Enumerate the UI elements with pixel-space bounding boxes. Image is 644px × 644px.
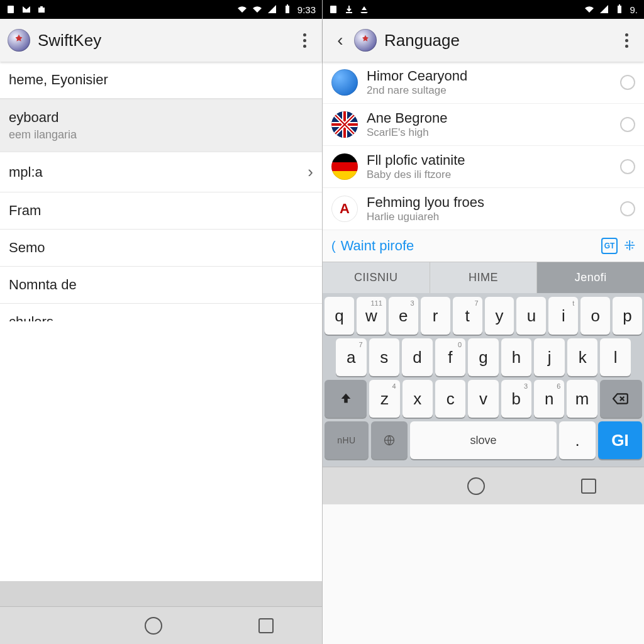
- key-s[interactable]: s: [369, 338, 400, 376]
- settings-row[interactable]: Nomnta de: [0, 267, 322, 304]
- appbar-left: SwiftKey: [0, 19, 322, 62]
- row-title: Fram: [9, 203, 41, 219]
- overflow-menu-button[interactable]: [616, 33, 636, 48]
- key-w[interactable]: w111: [357, 297, 386, 335]
- settings-row[interactable]: heme, Eyonisier: [0, 62, 322, 99]
- swiftkey-logo-icon: [8, 29, 30, 52]
- right-screen: 9. ‹ Ranguage Himor Cearyond2nd nare sul…: [322, 0, 644, 644]
- key-v[interactable]: v: [468, 380, 498, 418]
- overflow-menu-button[interactable]: [294, 33, 314, 48]
- settings-row[interactable]: Fram: [0, 192, 322, 230]
- key-k[interactable]: k: [567, 338, 598, 376]
- settings-list: heme, Eyonisiereyboardeem ilangariampl:a…: [0, 62, 322, 321]
- row-title: heme, Eyonisier: [9, 72, 108, 88]
- language-toggle[interactable]: [620, 201, 635, 216]
- suggestion-bar: CIISNIUHIMEJenofi: [323, 262, 644, 293]
- key-i[interactable]: it: [548, 297, 578, 335]
- key-u[interactable]: u: [516, 297, 546, 335]
- key-r[interactable]: r: [421, 297, 450, 335]
- row-title: chulers: [9, 314, 53, 321]
- shift-key[interactable]: [325, 380, 367, 418]
- settings-row[interactable]: Semo: [0, 230, 322, 267]
- status-rect-icon: [6, 4, 16, 14]
- key-hint: 111: [370, 299, 382, 307]
- key-a[interactable]: a7: [336, 338, 367, 376]
- key-y[interactable]: y: [485, 297, 514, 335]
- key-m[interactable]: m: [567, 380, 597, 418]
- add-language-label: Waint pirofe: [341, 238, 414, 254]
- key-p[interactable]: p: [613, 297, 642, 335]
- space-key[interactable]: slove: [410, 421, 557, 459]
- key-b[interactable]: b3: [501, 380, 531, 418]
- key-z[interactable]: z4: [369, 380, 399, 418]
- go-key[interactable]: GI: [598, 421, 642, 459]
- svg-rect-3: [330, 6, 336, 13]
- key-f[interactable]: f0: [435, 338, 466, 376]
- flag-icon: [331, 69, 358, 96]
- nav-recent-button[interactable]: [581, 479, 596, 494]
- globe-key[interactable]: [371, 421, 408, 459]
- svg-rect-1: [286, 6, 289, 13]
- key-j[interactable]: j: [534, 338, 565, 376]
- key-hint: 3: [411, 299, 414, 307]
- status-time: 9:33: [297, 4, 316, 15]
- key-t[interactable]: t7: [453, 297, 482, 335]
- key-hint: 0: [458, 341, 462, 348]
- status-bar: 9:33: [0, 0, 322, 19]
- suggestion[interactable]: Jenofi: [537, 262, 644, 293]
- settings-row[interactable]: mpl:a›: [0, 152, 322, 192]
- status-bar-right: 9.: [323, 0, 644, 19]
- language-title: Fll plofic vatinite: [367, 152, 620, 169]
- language-row[interactable]: Ane BegroneScarlE's high: [323, 104, 644, 146]
- key-hint: 6: [557, 382, 560, 390]
- nav-home-button[interactable]: [467, 477, 485, 495]
- row-subtitle: eem ilangaria: [9, 128, 77, 142]
- key-n[interactable]: n6: [534, 380, 564, 418]
- battery-icon: [282, 4, 292, 14]
- chevron-right-icon: ›: [308, 162, 313, 182]
- translate-icon[interactable]: GT: [601, 238, 618, 254]
- language-row[interactable]: AFehming lyou froesHarlie uguiareh: [323, 188, 644, 230]
- signal-icon: [599, 4, 609, 14]
- language-subtitle: Harlie uguiareh: [367, 211, 620, 223]
- android-navbar: [0, 606, 322, 644]
- row-title: mpl:a: [9, 164, 43, 180]
- key-c[interactable]: c: [435, 380, 465, 418]
- key-q[interactable]: q: [325, 297, 354, 335]
- key-d[interactable]: d: [402, 338, 433, 376]
- key-hint: 7: [358, 341, 362, 348]
- key-h[interactable]: h: [501, 338, 532, 376]
- language-toggle[interactable]: [620, 159, 635, 174]
- back-button[interactable]: ‹: [330, 30, 350, 50]
- language-toggle[interactable]: [620, 75, 635, 90]
- settings-row[interactable]: eyboardeem ilangaria: [0, 99, 322, 152]
- row-title: eyboard: [9, 109, 77, 126]
- wifi-icon: [237, 4, 247, 14]
- svg-rect-2: [287, 4, 288, 6]
- suggestion[interactable]: HIME: [430, 262, 538, 293]
- nav-recent-button[interactable]: [258, 618, 274, 633]
- status-gmail-icon: [21, 4, 31, 14]
- key-l[interactable]: l: [600, 338, 631, 376]
- add-language-row[interactable]: ( Waint pirofe GT ⁜: [323, 230, 644, 262]
- symbol-key[interactable]: nHU: [325, 421, 369, 459]
- language-row[interactable]: Himor Cearyond2nd nare sultage: [323, 62, 644, 104]
- backspace-key[interactable]: [600, 380, 642, 418]
- left-screen: 9:33 SwiftKey heme, Eyonisiereyboardeem …: [0, 0, 322, 644]
- appbar-right: ‹ Ranguage: [323, 19, 644, 62]
- settings-row[interactable]: chulers: [0, 304, 322, 321]
- key-x[interactable]: x: [402, 380, 433, 418]
- period-key[interactable]: .: [559, 421, 596, 459]
- settings-toggle-icon[interactable]: ⁜: [624, 238, 635, 254]
- nav-home-button[interactable]: [145, 617, 162, 635]
- key-e[interactable]: e3: [389, 297, 418, 335]
- swiftkey-logo-icon: [354, 29, 377, 52]
- caret-icon: (: [331, 239, 336, 253]
- language-row[interactable]: Fll plofic vatiniteBaby des ili ftzore: [323, 146, 644, 188]
- key-o[interactable]: o: [580, 297, 610, 335]
- language-toggle[interactable]: [620, 117, 635, 132]
- key-g[interactable]: g: [468, 338, 499, 376]
- svg-rect-4: [618, 6, 621, 13]
- suggestion[interactable]: CIISNIU: [323, 262, 430, 293]
- status-rect-icon: [329, 4, 339, 14]
